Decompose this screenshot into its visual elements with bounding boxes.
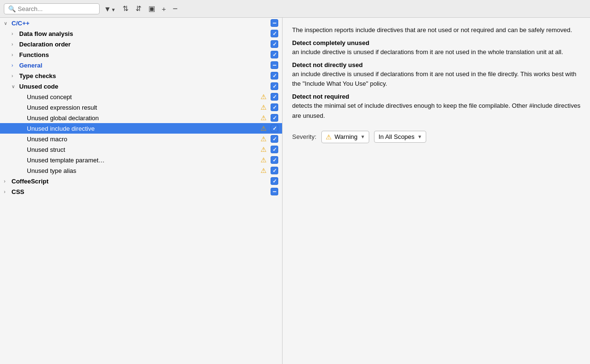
tree-label-declaration-order: Declaration order — [19, 41, 269, 48]
tree-arrow-declaration-order: › — [11, 42, 19, 47]
minus-icon: − — [272, 62, 276, 68]
tree-label-functions: Functions — [19, 51, 269, 58]
checkbox-unused-type-alias[interactable]: ✓ — [271, 167, 278, 174]
tree-label-data-flow: Data flow analysis — [19, 30, 269, 37]
tree-item-general[interactable]: › General − — [0, 60, 282, 70]
warning-icon: ⚠ — [261, 167, 267, 174]
tree-item-unused-type-alias[interactable]: Unused type alias ⚠ ✓ — [0, 165, 282, 176]
search-icon: 🔍 — [8, 5, 16, 12]
chevron-down-icon: ▼ — [418, 134, 422, 139]
checkbox-general[interactable]: − — [271, 61, 278, 69]
checkbox-declaration-order[interactable]: ✓ — [271, 40, 278, 48]
tree-item-coffeescript[interactable]: › CoffeeScript ✓ — [0, 176, 282, 186]
filter-button[interactable]: ▼▼ — [102, 3, 118, 14]
minus-icon: − — [272, 188, 276, 195]
checkbox-unused-code[interactable]: ✓ — [271, 82, 278, 90]
main-content: ∨ C/C++ − › Data flow analysis ✓ › Decla… — [0, 18, 590, 364]
checkbox-unused-struct[interactable]: ✓ — [271, 146, 278, 153]
tree-label-unused-include: Unused include directive — [27, 125, 261, 132]
warning-icon: ⚠ — [261, 114, 267, 122]
tree-label-css: CSS — [11, 188, 269, 195]
tree-item-unused-macro[interactable]: Unused macro ⚠ ✓ — [0, 134, 282, 144]
tree-item-functions[interactable]: › Functions ✓ — [0, 49, 282, 60]
warning-icon: ⚠ — [261, 125, 267, 132]
checkbox-unused-macro[interactable]: ✓ — [271, 135, 278, 143]
checkbox-unused-global[interactable]: ✓ — [271, 114, 278, 122]
tree-item-unused-code[interactable]: ∨ Unused code ✓ — [0, 81, 282, 91]
tree-label-unused-global: Unused global declaration — [27, 114, 261, 122]
remove-button[interactable]: − — [170, 3, 181, 14]
checkbox-unused-expression[interactable]: ✓ — [271, 103, 278, 111]
expand-all-button[interactable]: ⇅ — [120, 3, 131, 14]
warning-icon: ⚠ — [261, 93, 267, 101]
tree-item-css[interactable]: › CSS − — [0, 186, 282, 197]
tree-item-unused-global[interactable]: Unused global declaration ⚠ ✓ — [0, 113, 282, 123]
section3-text: detects the minimal set of include direc… — [292, 101, 580, 121]
section2-title: Detect not directly used — [292, 61, 580, 68]
expand-all-icon: ⇅ — [123, 4, 129, 12]
checkbox-coffeescript[interactable]: ✓ — [271, 177, 278, 185]
tree-label-unused-expression: Unused expression result — [27, 104, 261, 111]
tree-item-cpp[interactable]: ∨ C/C++ − — [0, 18, 282, 28]
minus-icon: − — [272, 20, 276, 26]
tree-item-unused-include[interactable]: Unused include directive ⚠ ✓ — [0, 123, 282, 134]
right-panel: The inspection reports include directive… — [283, 18, 590, 364]
checkbox-functions[interactable]: ✓ — [271, 51, 278, 58]
check-icon: ✓ — [272, 115, 277, 121]
tree-arrow-data-flow: › — [11, 31, 19, 36]
checkbox-data-flow[interactable]: ✓ — [271, 30, 278, 37]
check-icon: ✓ — [272, 41, 277, 47]
checkbox-unused-concept[interactable]: ✓ — [271, 93, 278, 101]
checkbox-unused-template[interactable]: ✓ — [271, 156, 278, 164]
tree-item-unused-struct[interactable]: Unused struct ⚠ ✓ — [0, 144, 282, 155]
check-icon: ✓ — [272, 73, 277, 79]
tree-arrow-functions: › — [11, 52, 19, 57]
checkbox-unused-include[interactable]: ✓ — [271, 125, 278, 132]
severity-warning-dropdown[interactable]: ⚠ Warning ▼ — [321, 131, 370, 143]
warning-icon: ⚠ — [261, 146, 267, 153]
collapse-all-button[interactable]: ⇵ — [133, 3, 144, 14]
check-icon: ✓ — [272, 52, 277, 58]
section1-text: an include directive is unused if declar… — [292, 47, 580, 57]
tree-item-unused-template[interactable]: Unused template paramet… ⚠ ✓ — [0, 155, 282, 165]
severity-row: Severity: ⚠ Warning ▼ In All Scopes ▼ — [292, 131, 580, 143]
severity-warning-label: Warning — [335, 133, 358, 140]
tree-item-declaration-order[interactable]: › Declaration order ✓ — [0, 39, 282, 49]
checkbox-cpp[interactable]: − — [271, 19, 278, 27]
tree-label-unused-code: Unused code — [19, 83, 269, 90]
severity-scope-label: In All Scopes — [378, 133, 414, 140]
warning-icon: ⚠ — [261, 135, 267, 143]
tree-arrow-cpp: ∨ — [4, 21, 11, 26]
add-button[interactable]: + — [159, 3, 169, 14]
tree-label-cpp: C/C++ — [11, 20, 269, 27]
chevron-down-icon: ▼ — [361, 134, 365, 139]
checkbox-css[interactable]: − — [271, 188, 278, 195]
toolbar: 🔍 ▼▼ ⇅ ⇵ ▣ + − — [0, 0, 590, 18]
collapse-all-icon: ⇵ — [136, 4, 142, 12]
warning-icon: ⚠ — [261, 156, 267, 164]
checkbox-type-checks[interactable]: ✓ — [271, 72, 278, 80]
tree-arrow-css: › — [4, 189, 11, 194]
check-icon: ✓ — [272, 178, 277, 184]
search-box[interactable]: 🔍 — [4, 3, 100, 14]
search-input[interactable] — [18, 5, 95, 12]
check-icon: ✓ — [272, 31, 277, 37]
tree-item-data-flow[interactable]: › Data flow analysis ✓ — [0, 28, 282, 39]
tree-item-unused-concept[interactable]: Unused concept ⚠ ✓ — [0, 91, 282, 102]
tree-item-unused-expression[interactable]: Unused expression result ⚠ ✓ — [0, 102, 282, 113]
check-icon: ✓ — [272, 136, 277, 142]
add-icon: + — [162, 5, 166, 13]
check-icon: ✓ — [272, 94, 277, 100]
tree-arrow-coffeescript: › — [4, 179, 11, 184]
tree-item-type-checks[interactable]: › Type checks ✓ — [0, 70, 282, 81]
tree-label-general: General — [19, 62, 269, 69]
tree-label-unused-concept: Unused concept — [27, 93, 261, 101]
warning-icon: ⚠ — [326, 133, 332, 141]
warning-icon: ⚠ — [261, 103, 267, 111]
severity-scope-dropdown[interactable]: In All Scopes ▼ — [374, 131, 426, 143]
check-icon: ✓ — [272, 83, 277, 90]
tree-label-unused-type-alias: Unused type alias — [27, 167, 261, 174]
check-icon: ✓ — [272, 168, 277, 174]
left-panel: ∨ C/C++ − › Data flow analysis ✓ › Decla… — [0, 18, 283, 364]
toggle-button[interactable]: ▣ — [146, 3, 158, 14]
